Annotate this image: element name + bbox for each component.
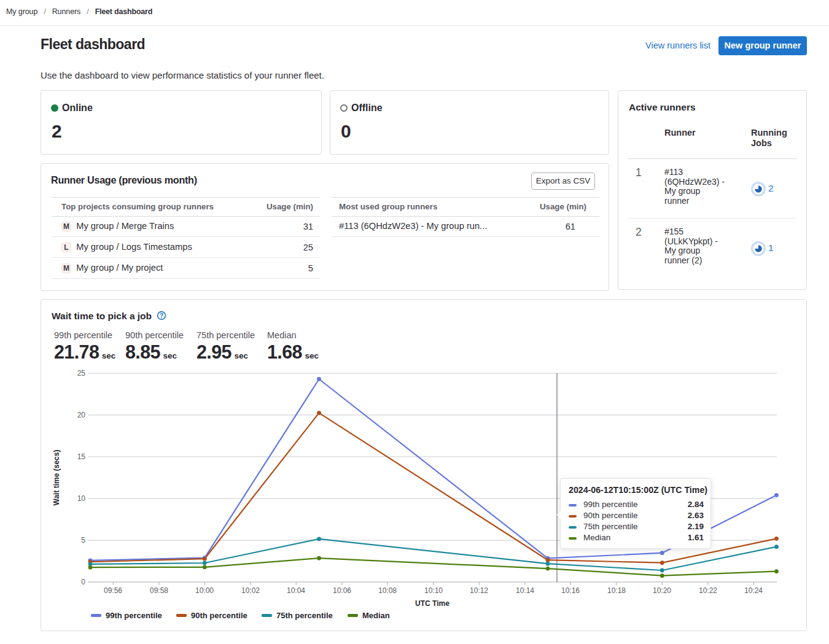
svg-text:?: ? [160,312,163,319]
